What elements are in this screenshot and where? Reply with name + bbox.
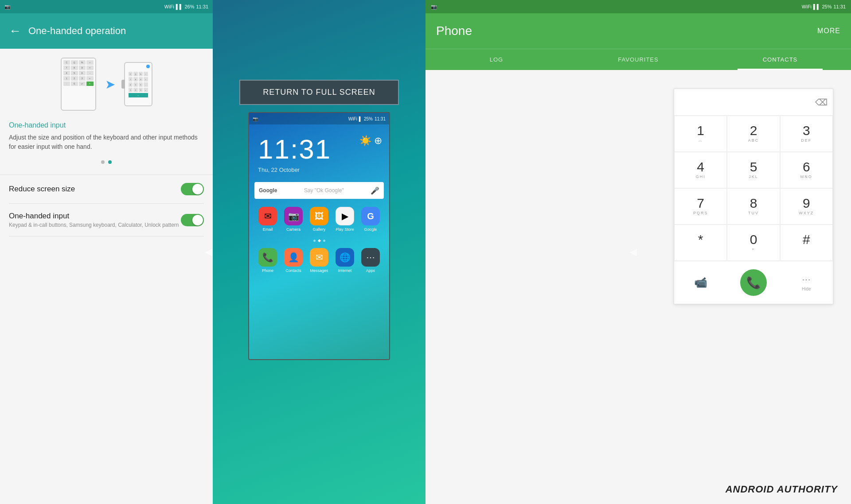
wifi-icon: WiFi [164, 4, 174, 9]
phone-label: Phone [262, 268, 273, 273]
dock-dot-1 [313, 240, 316, 242]
status-icons-right: WiFi ▌▌ 26% 11:31 [164, 4, 208, 9]
status-icon-sim: 📷 [4, 4, 11, 10]
status-sim-right: 📷 [431, 4, 437, 10]
app-gallery[interactable]: 🖼 Gallery [308, 207, 330, 233]
weather-icon: ☀️ ⊕ [359, 135, 382, 147]
hide-button[interactable]: ⋯ Hide [780, 261, 833, 304]
panel-phone-dialer: 📷 WiFi ▌▌ 25% 11:31 Phone MORE LOG FAVOU… [426, 0, 851, 504]
contacts-icon: 👤 [284, 248, 303, 267]
tab-contacts[interactable]: CONTACTS [709, 49, 851, 70]
toggle-reduce-screen-size[interactable] [181, 183, 204, 195]
wifi-right-icon: WiFi [802, 4, 812, 9]
google-logo: Google [259, 187, 277, 194]
time-right: 11:31 [833, 4, 846, 9]
dialer-container: ⌫ 1 ⌓ 2 ABC 3 DEF 4 GHI 5 JKL [674, 89, 833, 304]
tab-log[interactable]: LOG [426, 49, 567, 70]
signal-icon: ▌▌ [176, 4, 183, 9]
backspace-button[interactable]: ⌫ [815, 97, 828, 108]
hide-label: Hide [802, 287, 811, 291]
return-to-full-screen-button[interactable]: RETURN TO FULL SCREEN [239, 80, 399, 105]
phone-header: Phone MORE [426, 13, 851, 49]
dialer-keypad: 1 ⌓ 2 ABC 3 DEF 4 GHI 5 JKL 6 MNO [674, 116, 833, 261]
app-camera[interactable]: 📷 Camera [282, 207, 304, 233]
email-label: Email [263, 227, 273, 232]
grid-icon: ⋯ [802, 274, 811, 285]
dock-row: 📞 Phone 👤 Contacts ✉ Messages 🌐 Internet… [249, 244, 389, 278]
carousel-dots [9, 160, 204, 164]
internet-label: Internet [338, 268, 352, 273]
internet-icon: 🌐 [336, 248, 354, 267]
app-contacts[interactable]: 👤 Contacts [282, 248, 304, 275]
toggle-one-handed-input[interactable] [181, 214, 204, 226]
dial-key-9[interactable]: 9 WXYZ [780, 188, 833, 225]
dial-key-hash[interactable]: # [780, 225, 833, 261]
dot-2 [108, 160, 112, 164]
dot-1 [101, 160, 105, 164]
status-right-icons: WiFi ▌▌ 25% 11:31 [802, 4, 846, 9]
dial-key-3[interactable]: 3 DEF [780, 116, 833, 152]
dial-key-4[interactable]: 4 GHI [674, 152, 727, 188]
mini-signal: ▌ [359, 116, 362, 121]
email-icon: ✉ [258, 207, 277, 225]
app-internet[interactable]: 🌐 Internet [334, 248, 356, 275]
dial-key-1[interactable]: 1 ⌓ [674, 116, 727, 152]
arrow-icon: ➤ [105, 77, 115, 92]
app-playstore[interactable]: ▶ Play Store [334, 207, 356, 233]
contacts-label: Contacts [285, 268, 301, 273]
dialer-display: ⌫ [674, 89, 833, 116]
gallery-label: Gallery [313, 227, 326, 232]
app-email[interactable]: ✉ Email [257, 207, 279, 233]
apps-label: Apps [366, 268, 375, 273]
back-button[interactable]: ← [9, 24, 21, 38]
time-label: 11:31 [196, 4, 208, 9]
google-search-bar[interactable]: Google Say "Ok Google" 🎤 [254, 182, 384, 199]
phone-tabs: LOG FAVOURITES CONTACTS [426, 49, 851, 70]
phone-mockup-full: C()%÷ 789× 456- 123+ ·0+/-= [61, 58, 96, 111]
dial-key-8[interactable]: 8 TUV [727, 188, 780, 225]
illustration: C()%÷ 789× 456- 123+ ·0+/-= ➤ C()%÷ 789×… [9, 58, 204, 111]
call-button[interactable]: 📞 [727, 261, 780, 304]
setting-one-handed-input: One-handed input Keypad & in-call button… [9, 204, 204, 236]
more-button[interactable]: MORE [817, 27, 840, 35]
app-google[interactable]: G Google [359, 207, 382, 233]
mini-sim-icon: 📷 [253, 116, 258, 121]
app-apps[interactable]: ⋯ Apps [359, 248, 382, 275]
camera-icon: 📷 [284, 207, 303, 225]
mini-battery: 25% [364, 116, 373, 121]
page-title: One-handed operation [28, 25, 126, 37]
setting-label-reduce: Reduce screen size [9, 185, 181, 194]
app-messages[interactable]: ✉ Messages [308, 248, 330, 275]
dock-dot-home [317, 239, 320, 242]
playstore-icon: ▶ [336, 207, 354, 225]
dial-key-2[interactable]: 2 ABC [727, 116, 780, 152]
gallery-icon: 🖼 [310, 207, 328, 225]
mini-phone-preview: 📷 WiFi ▌ 25% 11:31 11:31 ☀️ ⊕ Thu, 22 Oc… [248, 112, 390, 360]
dial-key-0[interactable]: 0 + [727, 225, 780, 261]
setting-sub-one-handed: Keypad & in-call buttons, Samsung keyboa… [9, 222, 181, 228]
call-circle: 📞 [740, 269, 767, 296]
dock-dots [249, 237, 389, 244]
mini-status-bar: 📷 WiFi ▌ 25% 11:31 [249, 113, 389, 124]
signal-right-icon: ▌▌ [813, 4, 820, 9]
dial-key-7[interactable]: 7 PQRS [674, 188, 727, 225]
camera-label: Camera [286, 227, 301, 232]
video-call-button[interactable]: 📹 [674, 261, 727, 304]
status-bar-right: 📷 WiFi ▌▌ 25% 11:31 [426, 0, 851, 13]
dial-key-6[interactable]: 6 MNO [780, 152, 833, 188]
left-header: ← One-handed operation [0, 13, 213, 49]
one-handed-input-desc: Adjust the size and position of the keyb… [9, 133, 204, 151]
tab-favourites[interactable]: FAVOURITES [567, 49, 709, 70]
messages-label: Messages [310, 268, 328, 273]
google-icon: G [361, 207, 380, 225]
phone-mockup-small: C()%÷ 789× 456- 123+ = [124, 62, 152, 106]
app-phone[interactable]: 📞 Phone [257, 248, 279, 275]
apps-icon: ⋯ [361, 248, 380, 267]
android-authority-watermark: ANDROID AUTHORITY [726, 484, 838, 495]
arrow-left-right: ◀ [629, 246, 637, 258]
battery-right: 25% [822, 4, 831, 9]
dial-key-star[interactable]: * [674, 225, 727, 261]
dial-key-5[interactable]: 5 JKL [727, 152, 780, 188]
google-say-text: Say "Ok Google" [304, 187, 344, 194]
dialer-actions: 📹 📞 ⋯ Hide [674, 261, 833, 304]
